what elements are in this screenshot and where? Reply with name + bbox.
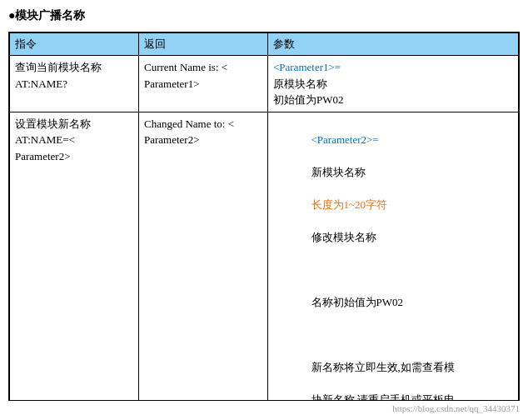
row2-param-text: <Parameter2>= 新模块名称 长度为1~20字符 修改模块名称 名称初… (273, 116, 513, 402)
row2-return-text: Changed Name to: <Parameter2> (144, 116, 262, 148)
header-return: 返回 (139, 33, 268, 56)
main-table: 指令 返回 参数 查询当前模块名称AT:NAME? Current Name i… (9, 32, 519, 401)
table-container: 指令 返回 参数 查询当前模块名称AT:NAME? Current Name i… (8, 32, 520, 401)
length-hint: 长度为1~20字符 (311, 198, 388, 211)
param1-label: <Parameter1>= (273, 61, 341, 73)
page-title: ●模块广播名称 (8, 7, 520, 25)
row2-cmd: 设置模块新名称AT:NAME=<Parameter2> (10, 112, 139, 401)
row1-return: Current Name is: <Parameter1> (139, 56, 268, 112)
footer-url: https://blog.csdn.net/qq_34430371 (8, 401, 520, 413)
row1-param-text: <Parameter1>=原模块名称初始值为PW02 (273, 59, 513, 108)
param2-label: <Parameter2>= (311, 133, 379, 146)
row1-cmd-text: 查询当前模块名称AT:NAME? (15, 59, 133, 92)
row2-cmd-text: 设置模块新名称AT:NAME=<Parameter2> (15, 116, 133, 165)
page-container: ●模块广播名称 指令 返回 参数 查询当前模块名称AT:NAME? Curren… (0, 0, 528, 420)
row2-param: <Parameter2>= 新模块名称 长度为1~20字符 修改模块名称 名称初… (268, 112, 519, 401)
row2-return: Changed Name to: <Parameter2> (139, 112, 268, 401)
row1-cmd: 查询当前模块名称AT:NAME? (10, 56, 139, 112)
header-param: 参数 (268, 33, 519, 56)
row1-param: <Parameter1>=原模块名称初始值为PW02 (268, 56, 519, 112)
table-row: 查询当前模块名称AT:NAME? Current Name is: <Param… (10, 56, 519, 112)
row1-return-text: Current Name is: <Parameter1> (144, 59, 262, 92)
table-row: 设置模块新名称AT:NAME=<Parameter2> Changed Name… (10, 112, 519, 401)
header-cmd: 指令 (10, 33, 139, 56)
